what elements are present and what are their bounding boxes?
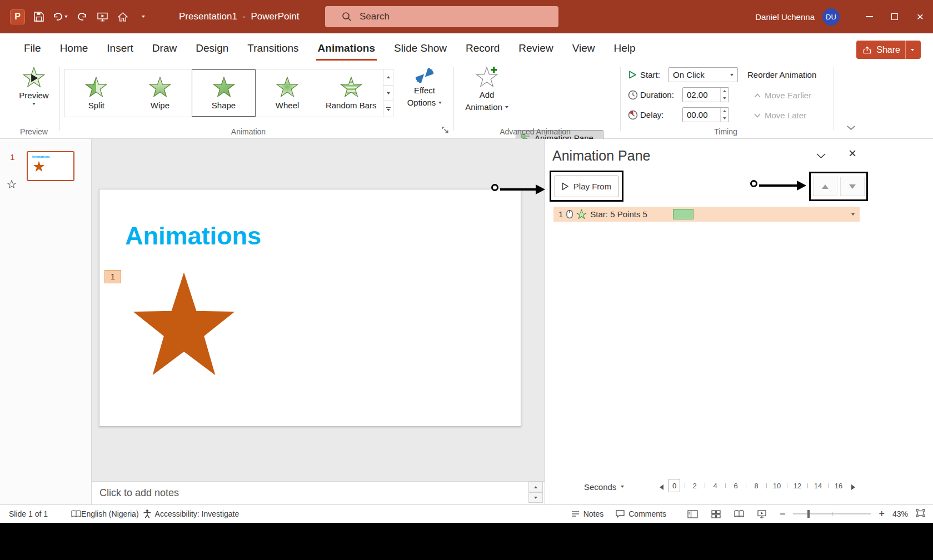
timeline-tick: 6 xyxy=(734,482,737,490)
slide-sorter-view-icon[interactable] xyxy=(711,510,721,518)
comments-label: Comments xyxy=(628,509,666,518)
language-indicator[interactable]: English (Nigeria) xyxy=(81,509,138,518)
animation-item-dropdown-icon[interactable] xyxy=(851,213,855,216)
timeline-scroll-left-icon[interactable] xyxy=(660,483,663,492)
animation-list-item[interactable]: 1 Star: 5 Points 5 xyxy=(553,207,860,222)
move-down-button[interactable] xyxy=(840,177,865,196)
zoom-slider-thumb[interactable] xyxy=(807,510,810,518)
notes-area[interactable]: Click to add notes xyxy=(92,481,545,504)
notes-toggle[interactable]: Notes xyxy=(571,509,604,518)
gallery-item-wheel[interactable]: Wheel xyxy=(256,69,320,117)
slide-thumbnail[interactable]: Animations xyxy=(27,151,74,181)
start-select[interactable]: On Click xyxy=(668,67,738,82)
preview-dropdown-icon[interactable] xyxy=(32,103,36,105)
zoom-level[interactable]: 43% xyxy=(892,509,908,518)
add-animation-button[interactable]: Add Animation xyxy=(460,67,513,112)
preview-button[interactable]: Preview xyxy=(13,67,54,105)
duration-spinner[interactable]: 02.00 xyxy=(682,87,729,102)
move-up-button[interactable] xyxy=(813,177,837,196)
ribbon-divider xyxy=(620,67,621,131)
zoom-out-icon[interactable]: − xyxy=(779,508,787,520)
accessibility-checker[interactable]: Accessibility: Investigate xyxy=(143,509,240,518)
star-shape[interactable] xyxy=(128,270,240,381)
move-later-button[interactable]: Move Later xyxy=(754,111,806,120)
tab-draw[interactable]: Draw xyxy=(143,33,186,63)
tab-animations[interactable]: Animations xyxy=(308,33,385,63)
pane-collapse-chevron-icon[interactable] xyxy=(816,152,826,161)
previous-slide-icon[interactable] xyxy=(528,482,543,492)
gallery-item-shape[interactable]: Shape xyxy=(192,69,256,117)
tab-record[interactable]: Record xyxy=(456,33,509,63)
gallery-more-icon[interactable] xyxy=(383,101,393,117)
move-earlier-button[interactable]: Move Earlier xyxy=(754,91,811,100)
animation-timeline-bar[interactable] xyxy=(673,209,693,219)
delay-spinner[interactable]: 00.00 xyxy=(682,107,729,122)
minimize-button[interactable] xyxy=(856,0,882,33)
tab-insert[interactable]: Insert xyxy=(97,33,143,63)
effect-options-button[interactable]: Effect Options xyxy=(403,68,446,107)
play-from-button[interactable]: Play From xyxy=(555,176,618,197)
gallery-scroll-up-icon[interactable] xyxy=(383,69,393,86)
view-switcher xyxy=(687,510,766,518)
zoom-slider[interactable] xyxy=(793,513,871,514)
slideshow-from-beginning-icon[interactable] xyxy=(96,9,109,24)
normal-view-icon[interactable] xyxy=(687,510,698,518)
comments-icon xyxy=(616,510,625,518)
slide-indicator[interactable]: Slide 1 of 1 xyxy=(9,509,48,518)
tab-help[interactable]: Help xyxy=(604,33,645,63)
entrance-star-icon xyxy=(576,209,587,219)
tab-design[interactable]: Design xyxy=(186,33,238,63)
comments-toggle[interactable]: Comments xyxy=(616,509,666,518)
gallery-item-split[interactable]: Split xyxy=(64,69,128,117)
annotation-arrowhead-play-from xyxy=(536,184,545,194)
duration-up-icon[interactable] xyxy=(721,88,729,95)
gallery-label: Wipe xyxy=(151,101,169,110)
customize-toolbar-icon[interactable] xyxy=(137,9,150,24)
slide-title-text[interactable]: Animations xyxy=(125,222,261,251)
tab-transitions[interactable]: Transitions xyxy=(238,33,308,63)
pane-close-icon[interactable]: × xyxy=(849,146,856,161)
next-slide-icon[interactable] xyxy=(528,492,543,503)
undo-icon[interactable] xyxy=(53,9,68,24)
animation-number-badge[interactable]: 1 xyxy=(104,270,121,283)
reading-view-icon[interactable] xyxy=(734,510,744,518)
ribbon-divider xyxy=(453,67,454,131)
save-icon[interactable] xyxy=(32,9,46,24)
delay-up-icon[interactable] xyxy=(721,108,729,115)
home-icon[interactable] xyxy=(116,9,129,24)
seconds-dropdown[interactable]: Seconds xyxy=(584,481,624,493)
user-name[interactable]: Daniel Uchenna xyxy=(755,12,815,22)
zoom-in-icon[interactable]: + xyxy=(877,508,886,520)
redo-icon[interactable] xyxy=(75,9,88,24)
timeline-scroll-right-icon[interactable] xyxy=(851,483,855,492)
share-dropdown-icon[interactable] xyxy=(911,49,914,51)
share-button[interactable]: Share xyxy=(856,41,921,59)
proofing-icon[interactable] xyxy=(71,510,81,518)
gallery-item-wipe[interactable]: Wipe xyxy=(128,69,192,117)
maximize-button[interactable] xyxy=(882,0,907,33)
timeline-position-indicator[interactable]: 0 xyxy=(668,479,680,492)
group-label-animation: Animation xyxy=(231,127,266,136)
slide-show-view-icon[interactable] xyxy=(757,510,766,518)
duration-down-icon[interactable] xyxy=(721,95,729,102)
close-button[interactable]: × xyxy=(907,0,933,33)
slide-canvas[interactable]: Animations 1 xyxy=(99,189,521,427)
animation-dialog-launcher-icon[interactable] xyxy=(442,127,449,134)
gallery-scroll-down-icon[interactable] xyxy=(383,86,393,102)
fit-slide-to-window-icon[interactable] xyxy=(915,508,926,520)
gallery-label: Shape xyxy=(212,101,236,110)
search-input[interactable]: Search xyxy=(325,6,558,27)
tab-view[interactable]: View xyxy=(563,33,605,63)
tab-file[interactable]: File xyxy=(14,33,51,63)
tab-review[interactable]: Review xyxy=(509,33,562,63)
tab-slide-show[interactable]: Slide Show xyxy=(385,33,456,63)
collapse-ribbon-icon[interactable] xyxy=(847,124,855,132)
delay-down-icon[interactable] xyxy=(721,115,729,122)
powerpoint-logo-icon[interactable]: P xyxy=(10,9,25,24)
gallery-item-random-bars[interactable]: Random Bars xyxy=(319,69,383,117)
reorder-animation-label: Reorder Animation xyxy=(747,70,816,79)
tab-home[interactable]: Home xyxy=(51,33,98,63)
annotation-arrowhead-reorder xyxy=(797,181,806,191)
avatar[interactable]: DU xyxy=(822,8,840,26)
slide-animation-indicator-icon[interactable] xyxy=(7,180,16,190)
